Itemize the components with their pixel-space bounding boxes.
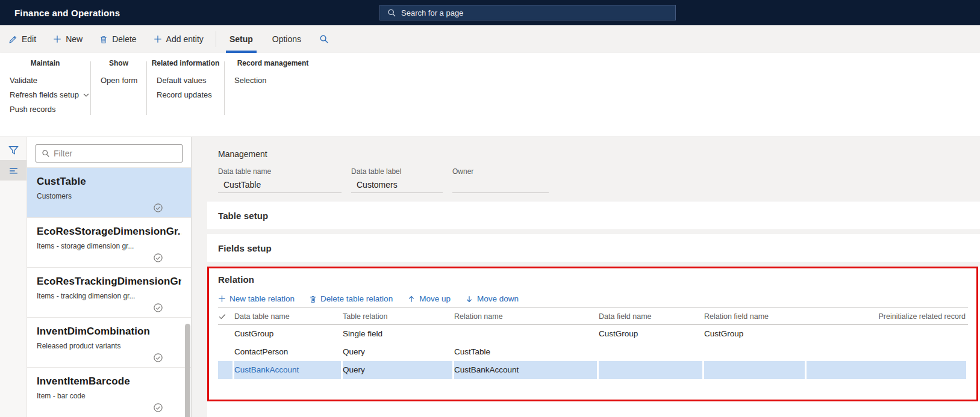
ribbon-item[interactable]: Record updates xyxy=(157,88,224,102)
new-table-relation-button[interactable]: New table relation xyxy=(218,294,295,303)
table-name: EcoResStorageDimensionGr... xyxy=(37,226,181,238)
plus-icon xyxy=(154,35,162,43)
cell-preinitialize-related-record[interactable] xyxy=(807,343,968,361)
table-name: InventDimCombination xyxy=(37,326,181,338)
table-list-item[interactable]: EcoResStorageDimensionGr... Items - stor… xyxy=(27,218,191,268)
cell-relation-field-name[interactable] xyxy=(704,343,807,361)
cell-data-table-name[interactable]: ContactPerson xyxy=(234,343,343,361)
toolbar-separator xyxy=(216,31,216,47)
plus-icon xyxy=(53,35,61,43)
table-list-item[interactable]: InventItemBarcode Item - bar code xyxy=(27,368,191,417)
table-list-item[interactable]: CustTable Customers xyxy=(27,168,191,218)
field-value[interactable] xyxy=(452,179,549,193)
filter-panel-button[interactable] xyxy=(0,140,27,160)
tab-options[interactable]: Options xyxy=(263,25,311,53)
arrow-up-icon xyxy=(407,295,416,303)
column-header[interactable]: Relation name xyxy=(454,312,599,321)
app-window: Finance and Operations Search for a page… xyxy=(0,0,980,417)
cell-data-field-name[interactable]: CustGroup xyxy=(599,325,704,343)
chevron-down-icon xyxy=(83,91,90,99)
form-field: Data table label Customers xyxy=(351,167,443,193)
table-name: CustTable xyxy=(37,176,181,188)
cell-data-table-name[interactable]: CustGroup xyxy=(234,325,343,343)
search-icon xyxy=(319,34,329,44)
filter-funnel-icon xyxy=(8,145,19,155)
edit-button[interactable]: Edit xyxy=(0,25,45,53)
column-header[interactable]: Preinitialize related record xyxy=(807,312,968,321)
ribbon-group-maintain: Maintain Validate Refresh fields setup P… xyxy=(0,53,90,137)
relation-grid-header: Data table name Table relation Relation … xyxy=(218,307,968,325)
cell-table-relation[interactable]: Single field xyxy=(343,325,454,343)
check-circle-icon xyxy=(153,303,163,313)
search-icon xyxy=(387,8,396,17)
table-row[interactable]: CustGroup Single field CustGroup CustGro… xyxy=(218,325,968,343)
section-table-setup[interactable]: Table setup xyxy=(207,202,980,229)
relation-grid-body: CustGroup Single field CustGroup CustGro… xyxy=(218,325,968,379)
column-header[interactable]: Data field name xyxy=(599,312,704,321)
field-value[interactable]: CustTable xyxy=(218,179,342,193)
side-icon-strip xyxy=(0,137,27,417)
column-header[interactable]: Data table name xyxy=(234,312,343,321)
ribbon-item[interactable]: Refresh fields setup xyxy=(10,88,90,102)
row-select-cell[interactable] xyxy=(218,343,234,361)
page-search-box[interactable]: Search for a page xyxy=(379,5,676,20)
ribbon-search-button[interactable] xyxy=(311,25,337,53)
table-list-item[interactable]: EcoResTrackingDimensionGr... Items - tra… xyxy=(27,268,191,318)
ribbon-item[interactable]: Push records xyxy=(10,102,90,117)
cell-data-field-name[interactable] xyxy=(599,343,704,361)
page-search-placeholder: Search for a page xyxy=(401,8,463,17)
trash-icon xyxy=(99,35,108,44)
filter-input-wrapper xyxy=(36,144,183,162)
delete-table-relation-button[interactable]: Delete table relation xyxy=(309,294,393,303)
list-view-button[interactable] xyxy=(0,160,27,181)
ribbon-group-record-management: Record management Selection xyxy=(225,53,321,137)
delete-button[interactable]: Delete xyxy=(91,25,145,53)
ribbon-item[interactable]: Open form xyxy=(101,73,146,88)
list-icon xyxy=(8,165,19,176)
table-row[interactable]: ContactPerson Query CustTable xyxy=(218,343,968,361)
row-select-cell[interactable] xyxy=(218,361,234,379)
cell-data-table-name[interactable]: CustBankAccount xyxy=(234,361,343,379)
cell-table-relation[interactable]: Query xyxy=(343,361,454,379)
tab-setup[interactable]: Setup xyxy=(220,25,263,53)
table-label: Item - bar code xyxy=(37,392,181,400)
filter-input[interactable] xyxy=(54,149,182,158)
cell-data-field-name[interactable] xyxy=(599,361,704,379)
table-list-item[interactable]: InventDimCombination Released product va… xyxy=(27,318,191,368)
new-button[interactable]: New xyxy=(45,25,91,53)
cell-preinitialize-related-record[interactable] xyxy=(807,325,968,343)
column-header[interactable]: Relation field name xyxy=(704,312,807,321)
cell-table-relation[interactable]: Query xyxy=(343,343,454,361)
management-fields: Data table name CustTable Data table lab… xyxy=(218,167,980,193)
sidebar-scrollbar[interactable] xyxy=(185,324,190,417)
cell-relation-name[interactable] xyxy=(454,325,599,343)
cell-preinitialize-related-record[interactable] xyxy=(807,361,968,379)
relation-grid: Data table name Table relation Relation … xyxy=(218,307,968,379)
add-entity-button[interactable]: Add entity xyxy=(145,25,212,53)
move-down-button[interactable]: Move down xyxy=(465,294,519,303)
table-row[interactable]: CustBankAccount Query CustBankAccount xyxy=(218,361,968,379)
column-header[interactable]: Table relation xyxy=(343,312,454,321)
check-circle-icon xyxy=(153,253,163,263)
cell-relation-field-name[interactable] xyxy=(704,361,807,379)
select-all-checkmark[interactable] xyxy=(218,312,234,321)
section-fields-setup[interactable]: Fields setup xyxy=(207,234,980,262)
ribbon-group-title: Maintain xyxy=(0,59,90,67)
field-value[interactable]: Customers xyxy=(351,179,443,193)
ribbon-group-title: Related information xyxy=(147,59,224,67)
cell-relation-field-name[interactable]: CustGroup xyxy=(704,325,807,343)
cell-relation-name[interactable]: CustTable xyxy=(454,343,599,361)
check-icon xyxy=(218,312,226,321)
page-body: CustTable Customers EcoResStorageDimensi… xyxy=(0,137,980,417)
cell-relation-name[interactable]: CustBankAccount xyxy=(454,361,599,379)
field-label: Owner xyxy=(452,167,549,176)
move-up-button[interactable]: Move up xyxy=(407,294,451,303)
ribbon-group-show: Show Open form xyxy=(91,53,146,137)
check-circle-icon xyxy=(153,203,163,213)
ribbon-item[interactable]: Selection xyxy=(234,73,321,88)
ribbon-item[interactable]: Validate xyxy=(10,73,90,88)
ribbon-item[interactable]: Default values xyxy=(157,73,224,88)
check-circle-icon xyxy=(153,403,163,413)
row-select-cell[interactable] xyxy=(218,325,234,343)
table-name: InventItemBarcode xyxy=(37,375,181,388)
